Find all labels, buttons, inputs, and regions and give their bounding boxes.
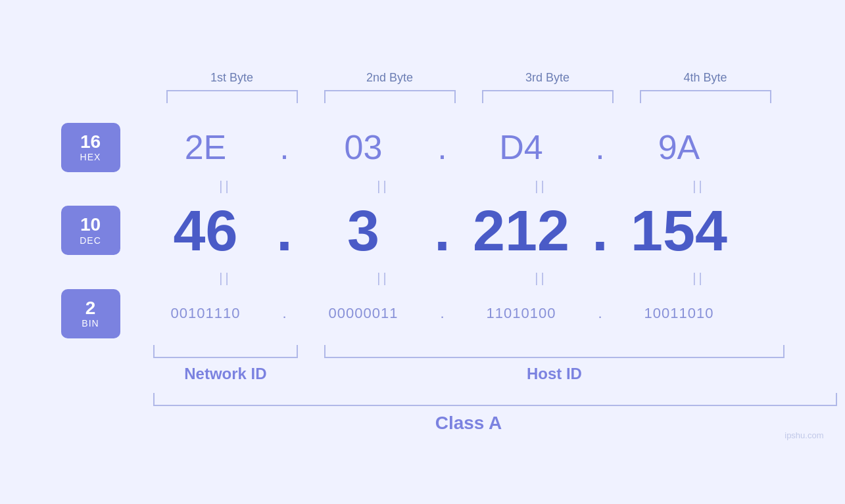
hex-sep-1: .	[272, 127, 298, 167]
hex-value-2: 03	[345, 128, 383, 166]
bin-byte-4: 10011010	[614, 305, 745, 322]
class-bracket	[153, 393, 837, 406]
bracket-top-1	[166, 90, 298, 103]
dec-sep-2: .	[429, 197, 456, 264]
bin-values-row: 00101110 . 00000011 . 11010100 . 1001101…	[140, 305, 785, 322]
bin-sep-2: .	[429, 305, 456, 322]
dec-badge: 10 DEC	[61, 206, 120, 255]
bracket-top-3	[482, 90, 614, 103]
bin-byte-1: 00101110	[140, 305, 272, 322]
watermark: ipshu.com	[785, 430, 823, 440]
dec-value-2: 3	[347, 198, 379, 263]
dec-base-label: DEC	[80, 235, 101, 246]
bin-value-1: 00101110	[171, 305, 241, 321]
byte-1-header: 1st Byte	[166, 71, 298, 85]
class-label: Class A	[153, 413, 785, 434]
dec-values-row: 46 . 3 . 212 . 154	[140, 197, 785, 264]
bin-byte-3: 11010100	[456, 305, 587, 322]
dec-row: 10 DEC 46 . 3 . 212 . 154	[61, 197, 785, 264]
hex-sep-2: .	[429, 127, 456, 167]
bottom-brackets	[153, 345, 785, 358]
bin-sep-3: .	[587, 305, 614, 322]
network-id-label: Network ID	[153, 365, 299, 383]
bin-base-label: BIN	[82, 318, 99, 329]
equals-row-2: || || || ||	[140, 271, 785, 286]
bin-badge: 2 BIN	[61, 289, 120, 338]
bin-value-2: 00000011	[329, 305, 398, 321]
top-brackets	[153, 90, 785, 103]
bin-sep-1: .	[272, 305, 298, 322]
eq-4: ||	[633, 179, 765, 194]
bin-value-3: 11010100	[487, 305, 556, 321]
hex-row: 16 HEX 2E . 03 . D4 . 9A	[61, 123, 785, 172]
hex-sep-3: .	[587, 127, 614, 167]
hex-values-row: 2E . 03 . D4 . 9A	[140, 127, 785, 167]
dec-base-number: 10	[80, 215, 101, 235]
byte-3-header: 3rd Byte	[482, 71, 614, 85]
bin-value-4: 10011010	[644, 305, 714, 321]
byte-4-header: 4th Byte	[640, 71, 771, 85]
byte-headers: 1st Byte 2nd Byte 3rd Byte 4th Byte	[153, 71, 785, 85]
bin-row: 2 BIN 00101110 . 00000011 . 11010100 .	[61, 289, 785, 338]
bracket-network	[153, 345, 299, 358]
bottom-section: Network ID Host ID	[153, 345, 785, 383]
dec-byte-3: 212	[456, 197, 587, 264]
dec-byte-1: 46	[140, 197, 272, 264]
dec-value-1: 46	[174, 198, 238, 263]
hex-value-1: 2E	[185, 128, 227, 166]
hex-byte-1: 2E	[140, 127, 272, 167]
bin-byte-2: 00000011	[298, 305, 429, 322]
eq2-3: ||	[475, 271, 607, 286]
dec-value-4: 154	[631, 198, 727, 263]
eq-1: ||	[160, 179, 291, 194]
hex-base-number: 16	[80, 132, 101, 152]
hex-value-4: 9A	[658, 128, 700, 166]
eq2-4: ||	[633, 271, 765, 286]
bin-base-number: 2	[85, 298, 96, 319]
hex-byte-3: D4	[456, 127, 587, 167]
dec-byte-2: 3	[298, 197, 429, 264]
eq-3: ||	[475, 179, 607, 194]
host-id-label: Host ID	[324, 365, 784, 383]
dec-value-3: 212	[473, 198, 569, 263]
dec-sep-3: .	[587, 197, 614, 264]
hex-byte-4: 9A	[614, 127, 745, 167]
equals-row-1: || || || ||	[140, 179, 785, 194]
eq-2: ||	[318, 179, 449, 194]
dec-byte-4: 154	[614, 197, 745, 264]
hex-badge: 16 HEX	[61, 123, 120, 172]
bracket-top-2	[324, 90, 456, 103]
hex-value-3: D4	[499, 128, 543, 166]
hex-base-label: HEX	[80, 152, 101, 162]
eq2-2: ||	[318, 271, 449, 286]
hex-byte-2: 03	[298, 127, 429, 167]
class-section: Class A	[153, 393, 785, 434]
bottom-labels: Network ID Host ID	[153, 365, 785, 383]
eq2-1: ||	[160, 271, 291, 286]
bracket-host	[324, 345, 784, 358]
dec-sep-1: .	[272, 197, 298, 264]
bracket-top-4	[640, 90, 771, 103]
byte-2-header: 2nd Byte	[324, 71, 456, 85]
